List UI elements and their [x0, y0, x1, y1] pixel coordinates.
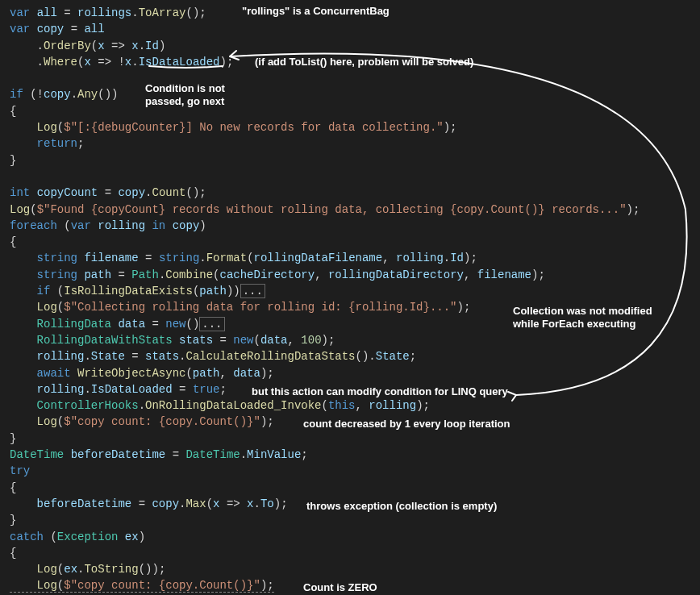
code-line: string filename = string.Format(rollingD… [10, 250, 700, 266]
annotation-tolist: (if add ToList() here, problem will be s… [255, 56, 473, 69]
collapsed-block-icon[interactable]: ... [199, 317, 224, 331]
annotation-not-modified: Collection was not modified while ForEac… [513, 305, 652, 330]
code-line: ControllerHooks.OnRollingDataLoaded_Invo… [10, 397, 700, 414]
code-line: Log($"[:{debugCounter}] No new records f… [10, 119, 700, 135]
code-line: string path = Path.Combine(cacheDirector… [10, 267, 700, 283]
code-line: rolling.State = stats.CalculateRollingDa… [10, 348, 700, 364]
collapsed-block-icon[interactable]: ... [240, 284, 265, 298]
code-line [10, 169, 700, 185]
code-line: .OrderBy(x => x.Id) [10, 38, 700, 54]
code-line: { [10, 480, 700, 496]
code-line: foreach (var rolling in copy) [10, 218, 700, 234]
annotation-throws: throws exception (collection is empty) [306, 500, 497, 513]
code-line: await WriteObjectAsync(path, data); [10, 365, 700, 381]
code-line: if (IsRollingDataExists(path))... [10, 283, 700, 299]
code-line: var copy = all [10, 21, 700, 37]
code-line: if (!copy.Any()) [10, 86, 700, 102]
code-line: Log(ex.ToString()); [10, 561, 700, 577]
code-line: } [10, 431, 700, 447]
code-line: { [10, 103, 700, 119]
annotation-concurrentbag: "rollings" is a ConcurrentBag [242, 5, 390, 18]
code-line: } [10, 152, 700, 169]
code-line: } [10, 512, 700, 528]
code-line: { [10, 234, 700, 250]
code-line [10, 70, 700, 86]
annotation-count-decreased: count decreased by 1 every loop iteratio… [303, 418, 510, 431]
code-line: return; [10, 135, 700, 152]
code-line: int copyCount = copy.Count(); [10, 185, 700, 201]
code-line: DateTime beforeDatetime = DateTime.MinVa… [10, 447, 700, 463]
annotation-condition: Condition is not passed, go next [145, 82, 225, 107]
code-line: Log($"Found {copyCount} records without … [10, 202, 700, 218]
code-line: RollingDataWithStats stats = new(data, 1… [10, 332, 700, 348]
code-line: catch (Exception ex) [10, 529, 700, 545]
annotation-modify-condition: but this action can modify condition for… [252, 385, 508, 398]
code-line: try [10, 463, 700, 479]
annotation-count-zero: Count is ZERO [303, 581, 377, 594]
code-line: { [10, 545, 700, 561]
